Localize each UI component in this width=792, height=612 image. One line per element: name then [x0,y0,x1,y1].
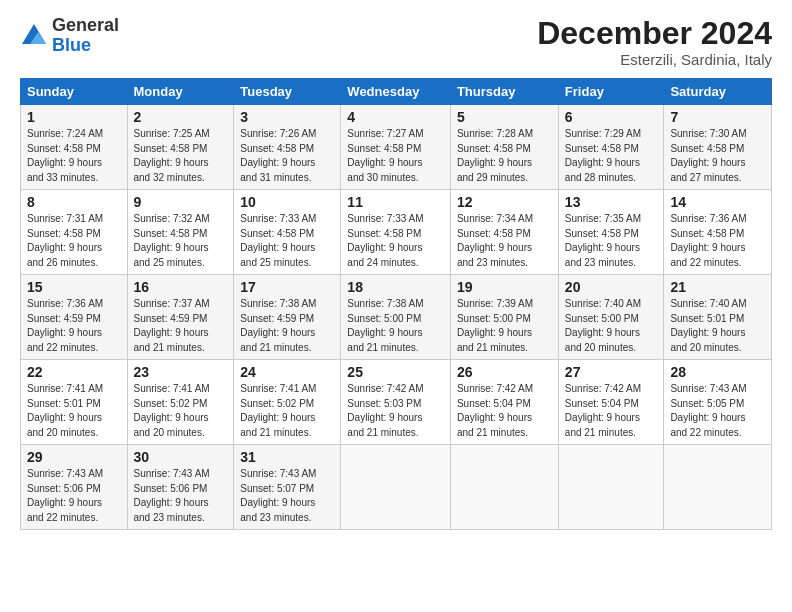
calendar-cell: 2Sunrise: 7:25 AM Sunset: 4:58 PM Daylig… [127,105,234,190]
day-number: 25 [347,364,444,380]
calendar-cell: 17Sunrise: 7:38 AM Sunset: 4:59 PM Dayli… [234,275,341,360]
day-info: Sunrise: 7:27 AM Sunset: 4:58 PM Dayligh… [347,127,444,185]
calendar-cell: 13Sunrise: 7:35 AM Sunset: 4:58 PM Dayli… [558,190,664,275]
title-block: December 2024 Esterzili, Sardinia, Italy [537,16,772,68]
weekday-row: SundayMondayTuesdayWednesdayThursdayFrid… [21,79,772,105]
day-number: 9 [134,194,228,210]
day-info: Sunrise: 7:36 AM Sunset: 4:59 PM Dayligh… [27,297,121,355]
calendar-cell: 25Sunrise: 7:42 AM Sunset: 5:03 PM Dayli… [341,360,451,445]
day-info: Sunrise: 7:41 AM Sunset: 5:02 PM Dayligh… [134,382,228,440]
calendar-cell: 3Sunrise: 7:26 AM Sunset: 4:58 PM Daylig… [234,105,341,190]
day-info: Sunrise: 7:43 AM Sunset: 5:06 PM Dayligh… [134,467,228,525]
week-row-3: 15Sunrise: 7:36 AM Sunset: 4:59 PM Dayli… [21,275,772,360]
calendar-header: SundayMondayTuesdayWednesdayThursdayFrid… [21,79,772,105]
calendar-cell: 19Sunrise: 7:39 AM Sunset: 5:00 PM Dayli… [450,275,558,360]
day-info: Sunrise: 7:43 AM Sunset: 5:07 PM Dayligh… [240,467,334,525]
day-number: 10 [240,194,334,210]
day-number: 2 [134,109,228,125]
weekday-wednesday: Wednesday [341,79,451,105]
day-number: 21 [670,279,765,295]
logo-general: General [52,16,119,36]
week-row-5: 29Sunrise: 7:43 AM Sunset: 5:06 PM Dayli… [21,445,772,530]
calendar-cell: 14Sunrise: 7:36 AM Sunset: 4:58 PM Dayli… [664,190,772,275]
day-number: 20 [565,279,658,295]
calendar-cell: 18Sunrise: 7:38 AM Sunset: 5:00 PM Dayli… [341,275,451,360]
day-info: Sunrise: 7:41 AM Sunset: 5:01 PM Dayligh… [27,382,121,440]
week-row-1: 1Sunrise: 7:24 AM Sunset: 4:58 PM Daylig… [21,105,772,190]
calendar-cell: 1Sunrise: 7:24 AM Sunset: 4:58 PM Daylig… [21,105,128,190]
day-info: Sunrise: 7:34 AM Sunset: 4:58 PM Dayligh… [457,212,552,270]
logo: General Blue [20,16,119,56]
calendar-body: 1Sunrise: 7:24 AM Sunset: 4:58 PM Daylig… [21,105,772,530]
day-info: Sunrise: 7:36 AM Sunset: 4:58 PM Dayligh… [670,212,765,270]
weekday-tuesday: Tuesday [234,79,341,105]
calendar-cell: 20Sunrise: 7:40 AM Sunset: 5:00 PM Dayli… [558,275,664,360]
day-number: 7 [670,109,765,125]
calendar-cell: 28Sunrise: 7:43 AM Sunset: 5:05 PM Dayli… [664,360,772,445]
day-number: 23 [134,364,228,380]
weekday-sunday: Sunday [21,79,128,105]
day-number: 5 [457,109,552,125]
day-info: Sunrise: 7:43 AM Sunset: 5:06 PM Dayligh… [27,467,121,525]
calendar-cell: 23Sunrise: 7:41 AM Sunset: 5:02 PM Dayli… [127,360,234,445]
day-number: 11 [347,194,444,210]
calendar-cell [450,445,558,530]
logo-blue: Blue [52,36,119,56]
day-info: Sunrise: 7:42 AM Sunset: 5:04 PM Dayligh… [457,382,552,440]
calendar-cell: 15Sunrise: 7:36 AM Sunset: 4:59 PM Dayli… [21,275,128,360]
calendar-cell: 30Sunrise: 7:43 AM Sunset: 5:06 PM Dayli… [127,445,234,530]
day-info: Sunrise: 7:32 AM Sunset: 4:58 PM Dayligh… [134,212,228,270]
day-info: Sunrise: 7:40 AM Sunset: 5:00 PM Dayligh… [565,297,658,355]
day-info: Sunrise: 7:35 AM Sunset: 4:58 PM Dayligh… [565,212,658,270]
calendar-cell: 9Sunrise: 7:32 AM Sunset: 4:58 PM Daylig… [127,190,234,275]
calendar-cell: 12Sunrise: 7:34 AM Sunset: 4:58 PM Dayli… [450,190,558,275]
calendar-cell: 8Sunrise: 7:31 AM Sunset: 4:58 PM Daylig… [21,190,128,275]
calendar-cell: 4Sunrise: 7:27 AM Sunset: 4:58 PM Daylig… [341,105,451,190]
day-number: 14 [670,194,765,210]
calendar-cell: 29Sunrise: 7:43 AM Sunset: 5:06 PM Dayli… [21,445,128,530]
header: General Blue December 2024 Esterzili, Sa… [20,16,772,68]
day-info: Sunrise: 7:26 AM Sunset: 4:58 PM Dayligh… [240,127,334,185]
calendar: SundayMondayTuesdayWednesdayThursdayFrid… [20,78,772,530]
calendar-cell: 16Sunrise: 7:37 AM Sunset: 4:59 PM Dayli… [127,275,234,360]
day-number: 24 [240,364,334,380]
day-number: 12 [457,194,552,210]
week-row-4: 22Sunrise: 7:41 AM Sunset: 5:01 PM Dayli… [21,360,772,445]
calendar-cell: 24Sunrise: 7:41 AM Sunset: 5:02 PM Dayli… [234,360,341,445]
day-info: Sunrise: 7:29 AM Sunset: 4:58 PM Dayligh… [565,127,658,185]
calendar-cell: 31Sunrise: 7:43 AM Sunset: 5:07 PM Dayli… [234,445,341,530]
day-info: Sunrise: 7:30 AM Sunset: 4:58 PM Dayligh… [670,127,765,185]
weekday-friday: Friday [558,79,664,105]
calendar-cell: 27Sunrise: 7:42 AM Sunset: 5:04 PM Dayli… [558,360,664,445]
day-info: Sunrise: 7:43 AM Sunset: 5:05 PM Dayligh… [670,382,765,440]
day-info: Sunrise: 7:33 AM Sunset: 4:58 PM Dayligh… [240,212,334,270]
day-info: Sunrise: 7:41 AM Sunset: 5:02 PM Dayligh… [240,382,334,440]
calendar-cell [341,445,451,530]
calendar-cell: 11Sunrise: 7:33 AM Sunset: 4:58 PM Dayli… [341,190,451,275]
day-info: Sunrise: 7:39 AM Sunset: 5:00 PM Dayligh… [457,297,552,355]
calendar-cell: 5Sunrise: 7:28 AM Sunset: 4:58 PM Daylig… [450,105,558,190]
day-info: Sunrise: 7:42 AM Sunset: 5:03 PM Dayligh… [347,382,444,440]
page: General Blue December 2024 Esterzili, Sa… [0,0,792,612]
day-number: 17 [240,279,334,295]
calendar-cell: 22Sunrise: 7:41 AM Sunset: 5:01 PM Dayli… [21,360,128,445]
logo-icon [20,22,48,50]
day-info: Sunrise: 7:42 AM Sunset: 5:04 PM Dayligh… [565,382,658,440]
location: Esterzili, Sardinia, Italy [537,51,772,68]
week-row-2: 8Sunrise: 7:31 AM Sunset: 4:58 PM Daylig… [21,190,772,275]
weekday-monday: Monday [127,79,234,105]
day-info: Sunrise: 7:38 AM Sunset: 5:00 PM Dayligh… [347,297,444,355]
weekday-thursday: Thursday [450,79,558,105]
day-info: Sunrise: 7:25 AM Sunset: 4:58 PM Dayligh… [134,127,228,185]
day-number: 30 [134,449,228,465]
day-info: Sunrise: 7:31 AM Sunset: 4:58 PM Dayligh… [27,212,121,270]
calendar-cell: 7Sunrise: 7:30 AM Sunset: 4:58 PM Daylig… [664,105,772,190]
day-info: Sunrise: 7:33 AM Sunset: 4:58 PM Dayligh… [347,212,444,270]
day-number: 15 [27,279,121,295]
calendar-cell: 10Sunrise: 7:33 AM Sunset: 4:58 PM Dayli… [234,190,341,275]
day-number: 3 [240,109,334,125]
day-number: 28 [670,364,765,380]
day-info: Sunrise: 7:38 AM Sunset: 4:59 PM Dayligh… [240,297,334,355]
calendar-cell [558,445,664,530]
month-title: December 2024 [537,16,772,51]
